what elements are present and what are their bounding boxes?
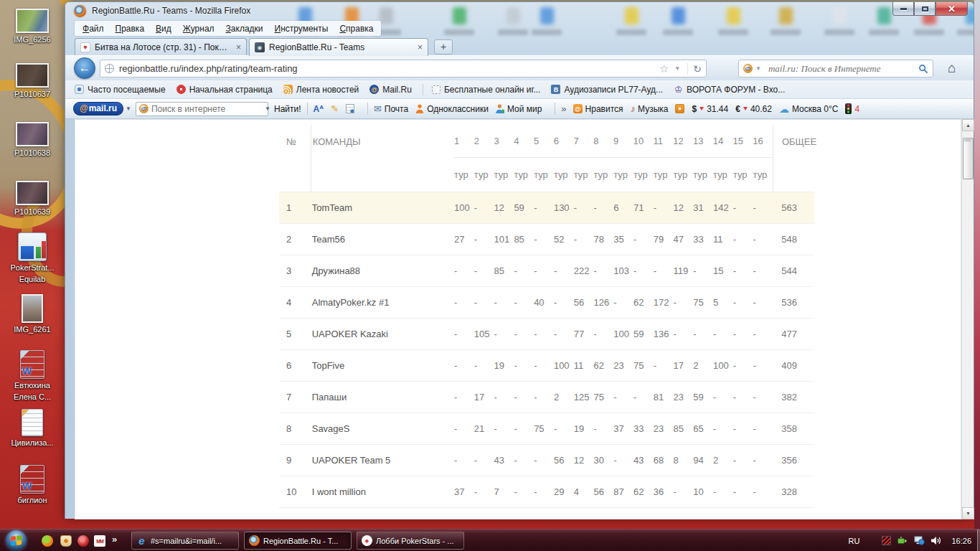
dropdown-arrow-icon[interactable]: ▼ xyxy=(265,105,270,112)
tab-close-icon[interactable]: × xyxy=(236,43,241,52)
url-input[interactable] xyxy=(119,63,656,74)
maximize-button[interactable] xyxy=(914,2,936,16)
minimize-button[interactable] xyxy=(892,2,914,16)
weather-widget[interactable]: ☁Москва 0°C xyxy=(779,103,838,115)
scroll-down-icon[interactable]: ▼ xyxy=(962,507,974,519)
score-cell: 31 xyxy=(693,192,713,223)
moy-mir-button[interactable]: Мой мир xyxy=(496,104,542,114)
font-size-icon xyxy=(314,104,324,114)
eur-rate[interactable]: €40.62 xyxy=(735,104,772,114)
desktop-icon--[interactable]: ЕвтюхинаЕлена С... xyxy=(1,350,63,402)
rate-down-icon xyxy=(699,107,704,110)
score-cell: 43 xyxy=(494,445,514,476)
score-cell: - xyxy=(753,476,773,507)
taskbar-button-firefox[interactable]: RegionBattle.Ru - T... xyxy=(244,532,352,550)
kaspersky-tray-icon[interactable] xyxy=(882,536,891,545)
desktop-icon-img_6261[interactable]: IMG_6261 xyxy=(1,294,63,334)
desktop-icon-p1010637[interactable]: P1010637 xyxy=(1,63,63,99)
url-bar[interactable]: ☆ ▼ ↻ xyxy=(100,60,707,77)
scrollbar-thumb[interactable] xyxy=(963,138,974,179)
tab-close-icon[interactable]: × xyxy=(418,43,423,52)
quicklaunch-icon-3[interactable] xyxy=(77,535,89,547)
odnoklassniki-button[interactable]: Одноклассники xyxy=(415,104,489,114)
new-tab-button[interactable]: + xyxy=(434,39,453,55)
clock[interactable]: 16:26 xyxy=(951,537,971,545)
score-cell: 2 xyxy=(713,445,733,476)
battery-tray-icon[interactable] xyxy=(897,537,908,545)
mailru-search-input[interactable] xyxy=(151,104,263,114)
quicklaunch-icon-4[interactable] xyxy=(94,535,105,547)
bookmark-item[interactable]: ВОРОТА ФОРУМ - Вхо... xyxy=(674,85,785,95)
toolbar-divider xyxy=(367,103,368,115)
volume-tray-icon[interactable] xyxy=(931,536,942,545)
language-indicator[interactable]: RU xyxy=(849,537,860,545)
scroll-up-icon[interactable]: ▲ xyxy=(962,119,974,131)
bookmark-item[interactable]: Начальная страница xyxy=(176,85,273,95)
search-magnifier-icon[interactable] xyxy=(918,64,928,74)
network-tray-icon[interactable] xyxy=(914,536,925,545)
bookmark-item[interactable]: Бесплатные онлайн иг... xyxy=(432,85,540,95)
menu-item-3[interactable]: Вид xyxy=(150,22,177,35)
desktop-icon--[interactable]: Цивилиза... xyxy=(1,409,63,448)
round-sub-header: тур xyxy=(474,158,494,192)
dropdown-arrow-icon[interactable]: ▼ xyxy=(126,105,131,112)
taskbar-button-ie[interactable]: e#s=mailru&i=mail/i... xyxy=(131,532,239,550)
heart-favicon: ♥ xyxy=(80,42,90,52)
refresh-icon[interactable]: ↻ xyxy=(687,63,702,75)
search-bar[interactable]: @ ▼ xyxy=(738,60,933,77)
desktop-icon-pokerstrat-[interactable]: PokerStrat...Equilab xyxy=(1,232,63,284)
bookmark-item[interactable]: Часто посещаемые xyxy=(75,85,166,95)
apps-button[interactable] xyxy=(675,104,684,113)
bookmark-star-icon[interactable]: ☆ xyxy=(659,62,669,75)
mailru-logo[interactable]: @mail.ru xyxy=(73,102,123,116)
tab-lotos-forum[interactable]: ♥ Битва на Лотосе (стр. 31) - Покер о...… xyxy=(75,38,247,56)
close-button[interactable]: ✕ xyxy=(936,2,968,16)
mailru-search-box[interactable]: @ ▼ xyxy=(136,102,268,116)
score-cell: - xyxy=(753,255,773,286)
quicklaunch-icon-1[interactable] xyxy=(42,535,53,547)
menu-item-2[interactable]: Правка xyxy=(110,22,151,35)
taskbar-chevron-icon[interactable]: » xyxy=(112,534,117,545)
desktop-icon-p1010639[interactable]: P1010639 xyxy=(1,181,63,217)
bm-vk-icon xyxy=(551,85,560,94)
round-col-header: 15 xyxy=(732,125,753,158)
tab-regionbattle[interactable]: ◉ RegionBattle.Ru - Teams × xyxy=(249,38,428,56)
show-desktop-button[interactable] xyxy=(977,529,980,551)
desktop-icon-p1010638[interactable]: P1010638 xyxy=(1,122,63,158)
dropdown-arrow-icon[interactable]: ▼ xyxy=(674,65,680,72)
find-on-page-button[interactable] xyxy=(346,104,354,113)
bookmark-label: Часто посещаемые xyxy=(88,85,166,95)
desktop-icon--[interactable]: биглион xyxy=(1,465,63,505)
menu-item-7[interactable]: Справка xyxy=(334,22,379,35)
usd-rate[interactable]: $31.44 xyxy=(692,104,728,114)
home-button[interactable]: ⌂ xyxy=(948,60,956,76)
bookmark-item[interactable]: Аудиозаписи PL77-Ауд... xyxy=(551,85,663,95)
taskbar-button-pokerstars[interactable]: ♠Лобби PokerStars - ... xyxy=(357,532,464,550)
mail-button[interactable]: ✉Почта xyxy=(374,103,408,114)
menu-item-5[interactable]: Закладки xyxy=(220,22,269,35)
menu-item-4[interactable]: Журнал xyxy=(177,22,220,35)
music-button[interactable]: ♪Музыка xyxy=(631,103,669,114)
back-button[interactable]: ← xyxy=(74,57,95,79)
team-position: 11 xyxy=(279,508,311,519)
highlighter-button[interactable]: ✎ xyxy=(331,103,339,114)
overflow-chevron-icon[interactable]: » xyxy=(561,103,566,114)
font-size-button[interactable] xyxy=(314,104,324,114)
like-button[interactable]: Нравится xyxy=(573,104,623,114)
quicklaunch-icon-2[interactable] xyxy=(60,535,72,547)
traffic-widget[interactable]: 4 xyxy=(845,103,859,114)
start-button[interactable] xyxy=(6,530,27,551)
find-button[interactable]: Найти! xyxy=(274,104,301,114)
vertical-scrollbar[interactable]: ▲ ▼ xyxy=(961,119,974,519)
team-row: 9UAPOKER Team 5--43--561230-43688942--35… xyxy=(279,445,814,476)
menu-item-1[interactable]: Файл xyxy=(77,22,110,35)
window-titlebar[interactable]: RegionBattle.Ru - Teams - Mozilla Firefo… xyxy=(65,2,974,19)
search-engine-icon[interactable]: @ xyxy=(743,64,753,73)
search-input[interactable] xyxy=(768,63,918,75)
menu-item-6[interactable]: Инструменты xyxy=(269,22,334,35)
desktop-icon-img_6256[interactable]: IMG_6256 xyxy=(1,9,63,44)
bookmark-item[interactable]: Mail.Ru xyxy=(369,85,412,95)
score-cell: - xyxy=(574,224,594,255)
bookmark-item[interactable]: Лента новостей xyxy=(283,85,359,95)
search-engine-dropdown-icon[interactable]: ▼ xyxy=(755,65,761,72)
